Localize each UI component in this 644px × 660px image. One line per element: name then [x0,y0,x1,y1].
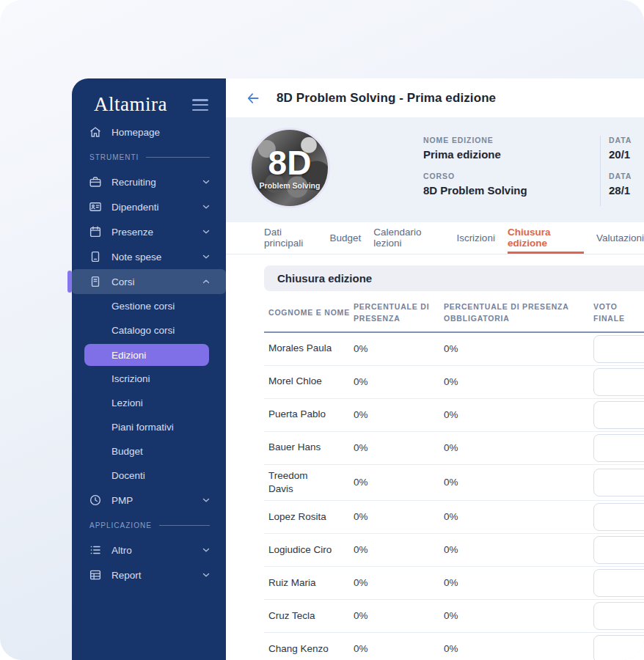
home-icon [89,125,102,139]
student-name: Puerta Pablo [268,403,354,425]
tab-chiusura-edizione[interactable]: Chiusura edizione [508,222,584,254]
tab-iscrizioni[interactable]: Iscrizioni [456,222,495,254]
field-data-fine: DATA 28/1 [609,172,644,197]
sidebar-item-recruiting[interactable]: Recruiting [72,169,226,194]
list-icon [89,543,102,557]
tab-valutazioni[interactable]: Valutazioni [596,222,644,254]
edition-fields: NOME EDIZIONE Prima edizione CORSO 8D Pr… [423,136,527,197]
sidebar-subitem-label: Budget [111,446,143,457]
sidebar-item-label: PMP [111,495,191,506]
book-icon [89,275,102,288]
voto-finale-input[interactable] [593,401,644,429]
voto-finale-input[interactable] [593,635,644,660]
obbligatoria-value: 0% [444,610,593,621]
presenza-value: 0% [354,376,444,387]
presenza-value: 0% [354,343,444,354]
field-value: 20/1 [609,148,644,161]
voto-finale-input[interactable] [593,503,644,531]
field-value: Prima edizione [423,148,527,161]
edition-dates: DATA 20/1 DATA 28/1 [609,136,644,197]
field-label: DATA [609,172,644,180]
tab-calendario-lezioni[interactable]: Calendario lezioni [373,222,444,254]
sidebar-item-corsi[interactable]: Corsi [72,269,226,294]
voto-finale-input[interactable] [593,469,644,496]
sidebar-item-note-spese[interactable]: Note spese [72,244,226,269]
chevron-down-icon [201,570,211,580]
sidebar-subitem-catalogo-corsi[interactable]: Catalogo corsi [72,318,226,342]
avatar-small-text: Problem Solving [260,181,321,190]
obbligatoria-value: 0% [444,409,593,420]
table-header-row: COGNOME E NOME PERCENTUALE DI PRESENZA P… [264,294,644,333]
field-data-inizio: DATA 20/1 [609,136,644,161]
field-nome-edizione: NOME EDIZIONE Prima edizione [423,136,527,161]
calendar-icon [89,225,102,238]
field-value: 28/1 [609,184,644,197]
tab-budget[interactable]: Budget [330,222,362,254]
student-name: Morales Paula [268,337,354,359]
field-label: CORSO [423,172,527,180]
voto-finale-input[interactable] [593,335,644,363]
voto-finale-input[interactable] [593,569,644,597]
sidebar-nav: Homepage STRUMENTI Recruiting Dipendenti… [72,120,226,587]
sidebar-subitem-gestione-corsi[interactable]: Gestione corsi [72,294,226,318]
sidebar-subitem-edizioni[interactable]: Edizioni [84,344,209,366]
briefcase-icon [89,175,102,188]
sidebar-subitem-piani-formativi[interactable]: Piani formativi [72,415,226,439]
student-name: Lopez Rosita [268,506,354,528]
sidebar-item-label: Note spese [111,252,191,263]
hamburger-menu-icon[interactable] [192,98,210,111]
section-divider-line [146,157,210,158]
back-arrow-icon[interactable] [246,90,262,106]
sidebar-item-presenze[interactable]: Presenze [72,219,226,244]
sidebar-item-pmp[interactable]: PMP [72,488,226,513]
course-avatar: 8D Problem Solving [249,128,330,208]
table-row: Morel Chloe 0% 0% [264,366,644,399]
student-name: Logiudice Ciro [268,539,354,561]
obbligatoria-value: 0% [444,442,593,453]
student-name: Bauer Hans [268,436,354,458]
field-value: 8D Problem Solving [423,184,527,197]
obbligatoria-value: 0% [444,511,593,522]
sidebar-item-label: Corsi [111,276,191,287]
sidebar-item-label: Presenze [111,227,191,238]
page-header: 8D Problem Solving - Prima edizione [226,78,644,117]
report-icon [89,568,102,582]
table-row: Bauer Hans 0% 0% [264,432,644,465]
idcard-icon [89,200,102,213]
voto-finale-input[interactable] [593,368,644,396]
tab-bar: Dati principali Budget Calendario lezion… [226,222,644,254]
sidebar-subitem-budget[interactable]: Budget [72,439,226,463]
section-header: Chiusura edizione [264,265,644,291]
table-row: Puerta Pablo 0% 0% [264,399,644,432]
chevron-down-icon [201,227,211,237]
presenza-value: 0% [354,577,444,588]
sidebar-subitem-docenti[interactable]: Docenti [72,463,226,488]
sidebar-subitem-label: Piani formativi [111,422,174,433]
presenza-value: 0% [354,442,444,453]
voto-finale-input[interactable] [593,602,644,630]
sidebar-subitem-label: Edizioni [111,350,146,361]
voto-finale-input[interactable] [593,434,644,462]
sidebar-subitem-label: Catalogo corsi [111,325,175,336]
student-name: Morel Chloe [268,370,354,392]
sidebar-item-altro[interactable]: Altro [72,538,226,562]
presenza-value: 0% [354,643,444,654]
sidebar-item-label: Dipendenti [111,202,191,213]
sidebar-item-report[interactable]: Report [72,562,226,587]
tab-dati-principali[interactable]: Dati principali [264,222,318,254]
obbligatoria-value: 0% [444,477,593,488]
presenza-value: 0% [354,511,444,522]
table-row: Logiudice Ciro 0% 0% [264,534,644,567]
tab-content: Chiusura edizione COGNOME E NOME PERCENT… [226,254,644,660]
col-header-voto: VOTO FINALE [593,301,644,325]
sidebar-item-homepage[interactable]: Homepage [72,120,226,144]
voto-finale-input[interactable] [593,536,644,564]
presenza-value: 0% [354,544,444,555]
sidebar-item-label: Recruiting [111,177,191,188]
sidebar-subitem-iscrizioni[interactable]: Iscrizioni [72,367,226,391]
sidebar-item-label: Homepage [111,127,211,138]
page-title: 8D Problem Solving - Prima edizione [277,91,496,106]
sidebar-item-dipendenti[interactable]: Dipendenti [72,194,226,219]
table-row: Cruz Tecla 0% 0% [264,600,644,633]
sidebar-subitem-lezioni[interactable]: Lezioni [72,391,226,415]
